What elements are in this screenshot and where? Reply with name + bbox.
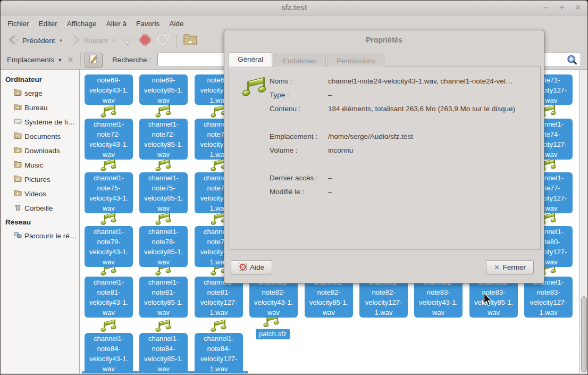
vertical-scrollbar[interactable] [579,70,588,373]
file-name-line: wav [249,307,298,318]
file-item[interactable]: channel1-note84-velocity85-1.wav [139,333,188,373]
back-button[interactable]: Précédent ▼ [5,32,66,49]
property-value: /home/serge/Audio/sfz.test [328,132,413,140]
back-arrow-icon [8,35,20,47]
pictures-folder-icon [13,174,22,185]
file-name-line: channel1- [85,227,133,237]
file-name-line: channel1- [139,277,188,287]
stop-button[interactable] [137,31,154,51]
sidebar-item-syst-me-de-fi-[interactable]: Système de fi… [1,115,79,129]
window-controls: – + × [541,2,583,13]
places-mode-button[interactable]: Emplacements ▼ [5,54,64,66]
file-name-line: note82- [305,287,353,297]
file-item[interactable]: channel1-note72-velocity85-1.wav [139,119,188,160]
file-name-line: note72- [139,129,188,139]
file-item[interactable]: channel1-note75-velocity43-1.wav [85,172,133,213]
menu-favoris[interactable]: Favoris [131,18,164,30]
tab-permissions[interactable]: Permissions [327,54,385,66]
maximize-button[interactable]: + [557,2,567,13]
edit-location-toggle[interactable] [85,53,103,68]
close-dialog-button[interactable]: ✕ Fermer [486,260,534,274]
forward-label: Suivant [83,37,107,45]
file-name-line: wav [85,95,133,105]
file-name-line: note83- [524,287,573,297]
menu-aller-à[interactable]: Aller à [102,18,131,30]
sidebar-item-downloads[interactable]: Downloads [1,144,79,158]
file-name-line: wav [469,307,518,318]
file-name-line: note78- [139,237,188,247]
search-icon[interactable] [566,54,578,68]
menu-affichage[interactable]: Affichage [62,18,102,30]
close-places-bar-icon[interactable]: ✕ [64,55,77,65]
file-name-line: velocity127- [524,297,573,307]
stop-icon [139,34,152,48]
file-name-line: wav [85,149,133,160]
sidebar-item-pictures[interactable]: Pictures [1,172,79,187]
file-name-line: velocity127- [195,297,243,307]
property-label: Dernier accès : [270,174,328,182]
help-button[interactable]: Aide [231,260,272,274]
file-item[interactable]: channel1-note78-velocity85-1.wav [139,226,188,267]
property-row: Type :– [270,91,535,105]
close-button[interactable]: × [573,2,583,13]
forward-button[interactable]: Suivant ▼ [66,32,119,49]
menu-fichier[interactable]: Fichier [3,18,34,30]
sidebar-item-parcourir-le-r-[interactable]: Parcourir le ré… [1,229,79,243]
file-name-line: channel1- [195,334,243,344]
back-dropdown-icon[interactable]: ▼ [59,38,63,43]
file-name-line: note72- [85,129,133,139]
property-label: Modifié le : [270,188,328,196]
tab-g-n-ral[interactable]: Général [229,52,272,66]
file-item[interactable]: channel1-note75-velocity85-1.wav [139,172,188,213]
forward-dropdown-icon[interactable]: ▼ [112,38,116,43]
sidebar-item-documents[interactable]: Documents [1,129,79,144]
file-name-line: channel1- [85,277,133,287]
sidebar-item-label: Parcourir le ré… [24,232,77,240]
file-name-line: note84- [139,344,188,354]
file-name-line: note69- [139,75,188,85]
sidebar-item-label: Pictures [24,176,51,184]
file-item[interactable]: channel1-note81-velocity43-1.wav [85,277,133,318]
sidebar-item-serge[interactable]: serge [1,86,79,101]
property-row: Volume :inconnu [270,146,535,160]
sidebar-item-label: Bureau [24,104,48,112]
places-label: Emplacements [7,56,54,64]
close-label: Fermer [503,263,526,271]
up-button[interactable] [119,31,137,51]
music-note-icon [100,157,116,172]
sidebar-item-videos[interactable]: Videos [1,187,79,201]
refresh-button[interactable] [154,31,172,51]
home-button[interactable] [181,31,200,51]
file-item[interactable]: channel1-note78-velocity43-1.wav [85,226,133,267]
file-item[interactable]: note69-velocity85-1.wav [139,74,188,105]
file-item[interactable]: channel1-note84-velocity127-1.wav [195,333,243,373]
sidebar: OrdinateursergeBureauSystème de fi…Docum… [1,70,80,373]
titlebar: sfz.test – + × [1,1,587,15]
file-item[interactable]: patch.sfz [256,329,290,339]
desktop-folder-icon [13,103,22,113]
file-name-line: velocity85-1. [139,247,188,257]
file-item[interactable]: channel1-note81-velocity85-1.wav [139,277,188,318]
menu-aide[interactable]: Aide [164,18,188,30]
minimize-button[interactable]: – [541,2,551,13]
trash-icon [13,203,22,213]
sidebar-item-corbeille[interactable]: Corbeille [1,201,79,215]
property-row: Emplacement :/home/serge/Audio/sfz.test [270,132,535,146]
music-note-icon [155,104,171,119]
scrollbar-handle[interactable] [581,296,587,372]
file-name-line: wav [139,257,188,267]
tab-embl-mes[interactable]: Emblèmes [274,54,326,66]
file-name-line: velocity127- [195,354,243,364]
file-name-line: channel1- [85,119,133,129]
file-item[interactable]: channel1-note72-velocity43-1.wav [85,119,133,160]
music-note-icon [242,75,266,100]
property-label: Volume : [270,146,328,154]
sidebar-item-music[interactable]: Music [1,158,79,172]
file-name-line: note81- [195,287,243,297]
file-item[interactable]: note69-velocity43-1.wav [85,74,133,105]
menu-editer[interactable]: Editer [34,18,62,30]
videos-folder-icon [13,189,22,199]
sidebar-item-bureau[interactable]: Bureau [1,101,79,115]
file-name-line: wav [139,95,188,105]
file-item[interactable]: channel1-note84-velocity43-1.wav [85,333,133,373]
